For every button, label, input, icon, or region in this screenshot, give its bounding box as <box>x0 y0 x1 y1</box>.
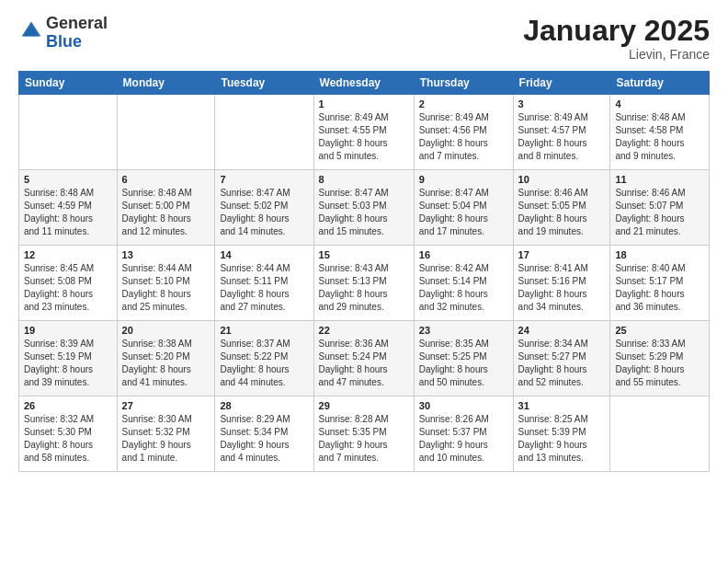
day-number: 6 <box>122 174 210 185</box>
calendar-cell: 28Sunrise: 8:29 AM Sunset: 5:34 PM Dayli… <box>215 396 313 472</box>
day-number: 31 <box>518 400 606 411</box>
day-info: Sunrise: 8:47 AM Sunset: 5:02 PM Dayligh… <box>220 187 308 238</box>
day-number: 20 <box>122 325 210 336</box>
calendar-cell <box>117 95 215 170</box>
calendar-cell: 5Sunrise: 8:48 AM Sunset: 4:59 PM Daylig… <box>19 170 118 246</box>
day-info: Sunrise: 8:44 AM Sunset: 5:11 PM Dayligh… <box>220 262 308 314</box>
day-info: Sunrise: 8:44 AM Sunset: 5:10 PM Dayligh… <box>122 262 210 314</box>
day-info: Sunrise: 8:47 AM Sunset: 5:03 PM Dayligh… <box>319 187 409 238</box>
calendar-cell: 26Sunrise: 8:32 AM Sunset: 5:30 PM Dayli… <box>19 396 118 472</box>
calendar-cell: 25Sunrise: 8:33 AM Sunset: 5:29 PM Dayli… <box>610 321 710 396</box>
calendar-cell: 29Sunrise: 8:28 AM Sunset: 5:35 PM Dayli… <box>313 396 414 472</box>
calendar-cell <box>19 95 118 170</box>
calendar-cell: 22Sunrise: 8:36 AM Sunset: 5:24 PM Dayli… <box>313 321 414 396</box>
day-info: Sunrise: 8:48 AM Sunset: 5:00 PM Dayligh… <box>122 187 210 238</box>
day-number: 8 <box>319 174 409 185</box>
calendar-cell: 2Sunrise: 8:49 AM Sunset: 4:56 PM Daylig… <box>414 95 513 170</box>
day-info: Sunrise: 8:40 AM Sunset: 5:17 PM Dayligh… <box>615 262 704 314</box>
calendar-week-3: 19Sunrise: 8:39 AM Sunset: 5:19 PM Dayli… <box>19 321 710 396</box>
month-title: January 2025 <box>523 15 710 47</box>
header-row: Sunday Monday Tuesday Wednesday Thursday… <box>19 72 710 95</box>
day-number: 12 <box>24 249 112 260</box>
calendar-week-4: 26Sunrise: 8:32 AM Sunset: 5:30 PM Dayli… <box>19 396 710 472</box>
day-number: 22 <box>319 325 409 336</box>
day-number: 13 <box>122 249 210 260</box>
day-info: Sunrise: 8:25 AM Sunset: 5:39 PM Dayligh… <box>518 413 606 465</box>
calendar-cell: 27Sunrise: 8:30 AM Sunset: 5:32 PM Dayli… <box>117 396 215 472</box>
calendar-cell: 4Sunrise: 8:48 AM Sunset: 4:58 PM Daylig… <box>610 95 710 170</box>
calendar-cell: 31Sunrise: 8:25 AM Sunset: 5:39 PM Dayli… <box>513 396 610 472</box>
day-number: 29 <box>319 400 409 411</box>
day-info: Sunrise: 8:42 AM Sunset: 5:14 PM Dayligh… <box>419 262 508 314</box>
day-number: 17 <box>518 249 606 260</box>
day-number: 23 <box>419 325 508 336</box>
calendar-cell: 30Sunrise: 8:26 AM Sunset: 5:37 PM Dayli… <box>414 396 513 472</box>
col-wednesday: Wednesday <box>313 72 414 95</box>
day-number: 15 <box>319 249 409 260</box>
calendar-cell: 19Sunrise: 8:39 AM Sunset: 5:19 PM Dayli… <box>19 321 118 396</box>
day-info: Sunrise: 8:47 AM Sunset: 5:04 PM Dayligh… <box>419 187 508 238</box>
day-number: 10 <box>518 174 606 185</box>
calendar-week-1: 5Sunrise: 8:48 AM Sunset: 4:59 PM Daylig… <box>19 170 710 246</box>
day-number: 2 <box>419 98 508 109</box>
logo: General Blue <box>18 15 108 52</box>
day-number: 25 <box>615 325 704 336</box>
calendar-cell: 10Sunrise: 8:46 AM Sunset: 5:05 PM Dayli… <box>513 170 610 246</box>
calendar-week-2: 12Sunrise: 8:45 AM Sunset: 5:08 PM Dayli… <box>19 246 710 321</box>
day-number: 9 <box>419 174 508 185</box>
day-info: Sunrise: 8:48 AM Sunset: 4:58 PM Dayligh… <box>615 111 704 163</box>
page: General Blue January 2025 Lievin, France… <box>0 0 728 563</box>
col-tuesday: Tuesday <box>215 72 313 95</box>
day-number: 14 <box>220 249 308 260</box>
day-number: 16 <box>419 249 508 260</box>
day-info: Sunrise: 8:39 AM Sunset: 5:19 PM Dayligh… <box>24 338 112 389</box>
day-info: Sunrise: 8:45 AM Sunset: 5:08 PM Dayligh… <box>24 262 112 314</box>
day-number: 5 <box>24 174 112 185</box>
day-number: 7 <box>220 174 308 185</box>
calendar-cell: 16Sunrise: 8:42 AM Sunset: 5:14 PM Dayli… <box>414 246 513 321</box>
logo-blue-text: Blue <box>46 32 82 51</box>
day-number: 1 <box>319 98 409 109</box>
day-info: Sunrise: 8:43 AM Sunset: 5:13 PM Dayligh… <box>319 262 409 314</box>
col-sunday: Sunday <box>19 72 118 95</box>
title-block: January 2025 Lievin, France <box>523 15 710 62</box>
calendar-table: Sunday Monday Tuesday Wednesday Thursday… <box>18 71 710 472</box>
day-number: 27 <box>122 400 210 411</box>
day-info: Sunrise: 8:38 AM Sunset: 5:20 PM Dayligh… <box>122 338 210 389</box>
calendar-cell: 1Sunrise: 8:49 AM Sunset: 4:55 PM Daylig… <box>313 95 414 170</box>
day-number: 18 <box>615 249 704 260</box>
day-info: Sunrise: 8:49 AM Sunset: 4:56 PM Dayligh… <box>419 111 508 163</box>
day-info: Sunrise: 8:37 AM Sunset: 5:22 PM Dayligh… <box>220 338 308 389</box>
calendar-cell: 18Sunrise: 8:40 AM Sunset: 5:17 PM Dayli… <box>610 246 710 321</box>
logo-icon <box>20 20 42 42</box>
day-number: 19 <box>24 325 112 336</box>
calendar-cell: 14Sunrise: 8:44 AM Sunset: 5:11 PM Dayli… <box>215 246 313 321</box>
header: General Blue January 2025 Lievin, France <box>18 15 710 62</box>
calendar-week-0: 1Sunrise: 8:49 AM Sunset: 4:55 PM Daylig… <box>19 95 710 170</box>
day-number: 28 <box>220 400 308 411</box>
day-number: 24 <box>518 325 606 336</box>
day-info: Sunrise: 8:49 AM Sunset: 4:55 PM Dayligh… <box>319 111 409 163</box>
calendar-cell: 3Sunrise: 8:49 AM Sunset: 4:57 PM Daylig… <box>513 95 610 170</box>
day-info: Sunrise: 8:35 AM Sunset: 5:25 PM Dayligh… <box>419 338 508 389</box>
col-saturday: Saturday <box>610 72 710 95</box>
col-monday: Monday <box>117 72 215 95</box>
calendar-cell: 24Sunrise: 8:34 AM Sunset: 5:27 PM Dayli… <box>513 321 610 396</box>
day-number: 11 <box>615 174 704 185</box>
day-info: Sunrise: 8:48 AM Sunset: 4:59 PM Dayligh… <box>24 187 112 238</box>
day-info: Sunrise: 8:34 AM Sunset: 5:27 PM Dayligh… <box>518 338 606 389</box>
calendar-cell <box>610 396 710 472</box>
day-info: Sunrise: 8:36 AM Sunset: 5:24 PM Dayligh… <box>319 338 409 389</box>
calendar-cell: 15Sunrise: 8:43 AM Sunset: 5:13 PM Dayli… <box>313 246 414 321</box>
day-info: Sunrise: 8:30 AM Sunset: 5:32 PM Dayligh… <box>122 413 210 465</box>
day-number: 26 <box>24 400 112 411</box>
calendar-cell <box>215 95 313 170</box>
day-info: Sunrise: 8:33 AM Sunset: 5:29 PM Dayligh… <box>615 338 704 389</box>
day-number: 30 <box>419 400 508 411</box>
calendar-cell: 9Sunrise: 8:47 AM Sunset: 5:04 PM Daylig… <box>414 170 513 246</box>
col-friday: Friday <box>513 72 610 95</box>
calendar-cell: 20Sunrise: 8:38 AM Sunset: 5:20 PM Dayli… <box>117 321 215 396</box>
logo-general-text: General <box>46 14 108 32</box>
calendar-cell: 8Sunrise: 8:47 AM Sunset: 5:03 PM Daylig… <box>313 170 414 246</box>
location: Lievin, France <box>523 47 710 62</box>
